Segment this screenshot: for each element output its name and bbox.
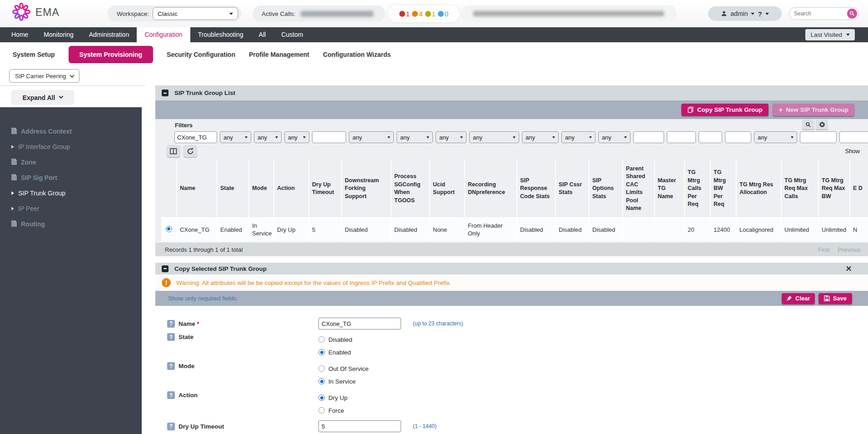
filter-input-14[interactable] [667,131,696,143]
clear-button[interactable]: Clear [782,293,815,304]
filter-input-13[interactable] [633,131,664,143]
save-button[interactable]: Save [818,293,852,304]
filter-input-5[interactable] [312,131,346,143]
row-select-radio[interactable] [166,226,172,232]
filter-select-7[interactable]: any [397,131,433,143]
radio-disabled[interactable] [318,336,325,343]
sidebar-item-routing[interactable]: Routing [0,216,142,232]
column-header-parent-shared-cac-limits-pool-name[interactable]: Parent Shared CAC Limits Pool Name [623,160,655,217]
help-icon[interactable] [167,423,175,430]
form-row-state: StateDisabledEnabled [167,333,868,359]
subnav-item-profile-management[interactable]: Profile Management [249,51,309,58]
filter-input-15[interactable] [699,131,722,143]
column-header-sip-options-stats[interactable]: SIP Options Stats [590,160,623,217]
sidebar-item-sip-trunk-group[interactable]: SIP Trunk Group [0,185,142,201]
new-sip-trunk-group-button[interactable]: + New SIP Trunk Group [773,104,854,116]
filter-input-1[interactable] [174,131,217,143]
help-icon[interactable] [167,333,175,341]
sidebar-item-ip-peer[interactable]: IP Peer [0,201,142,216]
column-header-sip-response-code-stats[interactable]: SIP Response Code Stats [517,160,556,217]
column-header-e-d[interactable]: E D [850,160,868,217]
user-menu[interactable]: admin ? [708,6,782,21]
column-header-select[interactable] [161,160,177,217]
column-header-name[interactable]: Name [177,160,218,217]
help-icon[interactable] [167,362,175,370]
columns-icon [170,148,177,155]
filter-select-11[interactable]: any [561,131,595,143]
help-icon[interactable] [167,391,175,399]
column-header-state[interactable]: State [218,160,249,217]
column-header-ucid-support[interactable]: Ucid Support [430,160,465,217]
collapse-icon[interactable] [162,90,169,96]
filter-select-17[interactable]: any [754,131,797,143]
radio-enabled[interactable] [318,349,325,355]
column-header-downstream-forking-support[interactable]: Downstream Forking Support [342,160,392,217]
nav-item-monitoring[interactable]: Monitoring [36,27,81,42]
sidebar-item-address-context[interactable]: Address Context [0,124,142,139]
filter-select-8[interactable]: any [436,131,466,143]
close-icon[interactable] [846,266,852,272]
pagination-first[interactable]: First [818,246,829,253]
context-selector[interactable]: SIP Carrier Peering [9,69,79,83]
name-input[interactable] [318,318,401,329]
column-header-process-sgconfig-when-tgoos[interactable]: Process SGConfig When TGOOS [392,160,430,217]
sidebar-item-ip-interface-group[interactable]: IP Interface Group [0,139,142,155]
search-button[interactable] [847,9,857,19]
warning-text: Warning: All attributes will be be copie… [176,279,451,286]
workspace-select[interactable]: Classic [153,7,238,20]
pagination-previous[interactable]: Previous [838,246,861,253]
filter-input-18[interactable] [800,131,837,143]
refresh-button[interactable] [184,145,197,157]
radio-force[interactable] [318,407,325,414]
last-visited-button[interactable]: Last Visited [805,29,855,40]
column-header-master-tg-name[interactable]: Master TG Name [655,160,685,217]
show-required-fields-link[interactable]: Show only required fields [168,295,237,302]
column-header-tg-mtrg-calls-per-req[interactable]: TG Mtrg Calls Per Req [685,160,711,217]
column-header-sip-cssr-stats[interactable]: SIP Cssr Stats [556,160,590,217]
column-header-tg-mtrg-req-max-bw[interactable]: TG Mtrg Req Max BW [819,160,850,217]
column-header-tg-mtrg-req-max-calls[interactable]: TG Mtrg Req Max Calls [782,160,819,217]
filter-select-12[interactable]: any [598,131,630,143]
apply-filter-button[interactable] [802,120,814,130]
subnav-item-security-configuration[interactable]: Security Configuration [167,51,235,58]
radio-out-of-service[interactable] [318,365,325,372]
help-icon[interactable] [167,320,175,328]
search-input[interactable] [794,9,844,18]
filter-select-2[interactable]: any [220,131,251,143]
clear-filter-button[interactable] [816,120,828,130]
expand-all-button[interactable]: Expand All [11,90,74,105]
help-menu[interactable]: ? [758,10,762,18]
nav-item-troubleshooting[interactable]: Troubleshooting [190,27,251,42]
radio-in-service[interactable] [318,378,325,384]
subnav-item-system-provisioning[interactable]: System Provisioning [69,46,153,63]
nav-item-home[interactable]: Home [4,27,36,42]
filter-select-9[interactable]: any [469,131,519,143]
filter-input-16[interactable] [725,131,751,143]
subnav-item-system-setup[interactable]: System Setup [13,51,55,58]
column-header-tg-mtrg-res-allocation[interactable]: TG Mtrg Res Allocation [737,160,782,217]
column-header-dry-up-timeout[interactable]: Dry Up Timeout [309,160,342,217]
dry-up-timeout-input[interactable] [318,420,401,432]
filter-input-19[interactable] [839,131,868,143]
column-header-tg-mtrg-bw-per-req[interactable]: TG Mtrg BW Per Req [711,160,737,217]
alarm-summary[interactable]: 1410 [388,5,460,22]
filter-select-4[interactable]: any [284,131,309,143]
nav-item-custom[interactable]: Custom [273,27,311,42]
filter-select-10[interactable]: any [522,131,559,143]
column-chooser-button[interactable] [167,145,180,157]
sidebar-item-label: Routing [21,220,45,228]
column-header-recording-dnpreference[interactable]: Recording DNpreference [465,160,517,217]
nav-item-all[interactable]: All [251,27,274,42]
filter-select-6[interactable]: any [349,131,394,143]
nav-item-administration[interactable]: Administration [81,27,137,42]
collapse-icon[interactable] [162,265,169,272]
sidebar-item-sip-sig-port[interactable]: SIP Sig Port [0,170,142,185]
filter-select-3[interactable]: any [254,131,282,143]
copy-sip-trunk-group-button[interactable]: Copy SIP Trunk Group [681,104,769,116]
nav-item-configuration[interactable]: Configuration [137,27,190,42]
sidebar-item-zone[interactable]: Zone [0,155,142,170]
column-header-action[interactable]: Action [274,160,309,217]
column-header-mode[interactable]: Mode [249,160,274,217]
subnav-item-configuration-wizards[interactable]: Configuration Wizards [323,51,391,58]
radio-dry-up[interactable] [318,394,325,401]
